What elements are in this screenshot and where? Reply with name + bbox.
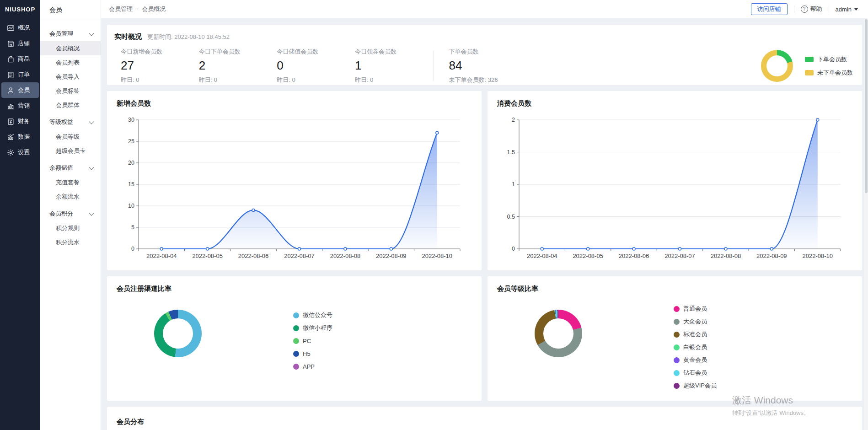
nav-item-goods[interactable]: 商品 — [1, 51, 39, 67]
chevron-down-icon — [89, 210, 94, 215]
donut-hole — [543, 318, 573, 349]
legend-marker — [293, 312, 299, 318]
legend-item[interactable]: 超级VIP会员 — [674, 381, 717, 390]
menu-group-label: 会员积分 — [49, 210, 73, 218]
legend-item[interactable]: 微信公众号 — [293, 311, 332, 320]
nav-item-orders[interactable]: 订单 — [1, 67, 39, 82]
scrollbar-thumb[interactable] — [865, 19, 868, 193]
app-window: NIUSHOP 概况店铺商品订单会员营销财务数据设置 会员 会员管理会员概况会员… — [0, 0, 868, 430]
vertical-scrollbar[interactable] — [864, 18, 868, 430]
legend-item[interactable]: APP — [293, 362, 332, 371]
consuming-members-line-chart[interactable]: 00.511.522022-08-042022-08-052022-08-062… — [497, 113, 852, 264]
stat-label: 今日领券会员数 — [355, 48, 433, 56]
svg-text:15: 15 — [128, 181, 134, 188]
nav-item-data[interactable]: 数据 — [1, 129, 39, 145]
menu-item[interactable]: 会员等级 — [40, 129, 101, 144]
register-channel-donut — [154, 310, 202, 357]
svg-text:1.5: 1.5 — [507, 149, 515, 156]
legend-item[interactable]: 未下单会员数 — [805, 69, 853, 77]
update-time: 更新时间: 2022-08-10 18:45:52 — [147, 33, 230, 41]
menu-item[interactable]: 会员群体 — [40, 98, 101, 112]
help-button[interactable]: ? 帮助 — [801, 5, 822, 13]
nav-label: 商品 — [18, 55, 30, 63]
visit-shop-button[interactable]: 访问店铺 — [751, 3, 788, 15]
legend-item[interactable]: 白银会员 — [674, 343, 717, 352]
menu-item[interactable]: 余额流水 — [40, 189, 101, 204]
legend-marker — [293, 364, 299, 370]
svg-text:2022-08-04: 2022-08-04 — [527, 253, 557, 259]
legend-item[interactable]: 下单会员数 — [805, 55, 853, 64]
stat-value: 2 — [199, 59, 277, 73]
breadcrumb-item[interactable]: 会员概况 — [142, 5, 166, 13]
menu-item[interactable]: 超级会员卡 — [40, 144, 101, 158]
svg-text:2022-08-06: 2022-08-06 — [619, 253, 649, 259]
menu-item[interactable]: 会员列表 — [40, 55, 101, 70]
menu-item[interactable]: 会员导入 — [40, 70, 101, 84]
menu-group-label: 等级权益 — [49, 118, 73, 126]
menu-item[interactable]: 会员概况 — [40, 41, 101, 55]
chevron-down-icon — [89, 119, 94, 124]
register-channel-legend: 微信公众号微信小程序PCH5APP — [293, 311, 332, 371]
legend-item[interactable]: 黄金会员 — [674, 355, 717, 365]
primary-nav: 概况店铺商品订单会员营销财务数据设置 — [0, 20, 40, 160]
nav-label: 订单 — [18, 70, 30, 79]
stat-label: 今日新增会员数 — [121, 48, 199, 56]
menu-item[interactable]: 充值套餐 — [40, 175, 101, 189]
member-level-chart[interactable] — [535, 310, 582, 390]
svg-text:2: 2 — [512, 117, 515, 123]
legend-item[interactable]: 微信小程序 — [293, 323, 332, 333]
breadcrumb-item[interactable]: 会员管理 — [109, 5, 133, 13]
nav-item-finance[interactable]: 财务 — [1, 113, 39, 129]
svg-text:25: 25 — [128, 138, 134, 145]
svg-text:5: 5 — [131, 224, 134, 231]
overview-icon — [7, 24, 15, 32]
menu-group-2[interactable]: 余额储值 — [40, 161, 101, 175]
breadcrumb-separator: - — [136, 5, 138, 13]
legend-label: 微信公众号 — [303, 311, 332, 319]
menu-group-0[interactable]: 会员管理 — [40, 27, 101, 41]
legend-item[interactable]: PC — [293, 336, 332, 345]
member-level-donut — [535, 310, 582, 357]
nav-item-marketing[interactable]: 营销 — [1, 98, 39, 113]
menu-item[interactable]: 积分流水 — [40, 235, 101, 249]
divider — [794, 5, 794, 13]
legend-label: 白银会员 — [683, 343, 707, 351]
legend-item[interactable]: 普通会员 — [674, 304, 717, 313]
menu-item[interactable]: 会员标签 — [40, 84, 101, 98]
legend-marker — [293, 325, 299, 331]
realtime-stats-row: 今日新增会员数27昨日: 0今日下单会员数2昨日: 0今日储值会员数0昨日: 0… — [114, 48, 853, 84]
nav-label: 设置 — [18, 148, 30, 156]
legend-marker — [293, 351, 299, 357]
nav-item-members[interactable]: 会员 — [1, 82, 39, 98]
register-channel-chart[interactable] — [154, 310, 202, 371]
svg-text:2022-08-09: 2022-08-09 — [756, 253, 787, 259]
shop-icon — [7, 40, 15, 48]
legend-marker — [674, 332, 680, 338]
settings-icon — [7, 149, 15, 156]
menu-item[interactable]: 积分规则 — [40, 221, 101, 235]
realtime-header: 实时概况 更新时间: 2022-08-10 18:45:52 — [114, 32, 853, 41]
legend-marker — [293, 338, 299, 344]
legend-item[interactable]: 标准会员 — [674, 330, 717, 339]
menu-group-3[interactable]: 会员积分 — [40, 206, 101, 221]
menu-group-1[interactable]: 等级权益 — [40, 115, 101, 129]
nav-item-overview[interactable]: 概况 — [1, 20, 39, 36]
topbar-actions: 访问店铺 ? 帮助 admin — [751, 3, 858, 15]
nav-item-shop[interactable]: 店铺 — [1, 36, 39, 51]
secondary-sidebar: 会员 会员管理会员概况会员列表会员导入会员标签会员群体等级权益会员等级超级会员卡… — [40, 0, 101, 430]
legend-item[interactable]: H5 — [293, 349, 332, 358]
new-members-line-chart[interactable]: 0510152025302022-08-042022-08-052022-08-… — [117, 113, 472, 264]
legend-item[interactable]: 大众会员 — [674, 317, 717, 326]
nav-item-settings[interactable]: 设置 — [1, 145, 39, 160]
order-members-stat: 下单会员数 84 未下单会员数: 326 — [449, 48, 761, 84]
stat-sub: 昨日: 0 — [277, 76, 355, 84]
stats-columns: 今日新增会员数27昨日: 0今日下单会员数2昨日: 0今日储值会员数0昨日: 0… — [121, 48, 433, 84]
user-menu[interactable]: admin — [836, 6, 858, 13]
svg-text:2022-08-09: 2022-08-09 — [376, 253, 407, 259]
card-title: 新增会员数 — [117, 99, 472, 108]
stat-label: 今日下单会员数 — [199, 48, 277, 56]
menu-group-label: 余额储值 — [49, 164, 73, 172]
legend-item[interactable]: 钻石会员 — [674, 368, 717, 377]
stat-sub: 昨日: 0 — [355, 76, 433, 84]
stat-value: 84 — [449, 59, 761, 73]
